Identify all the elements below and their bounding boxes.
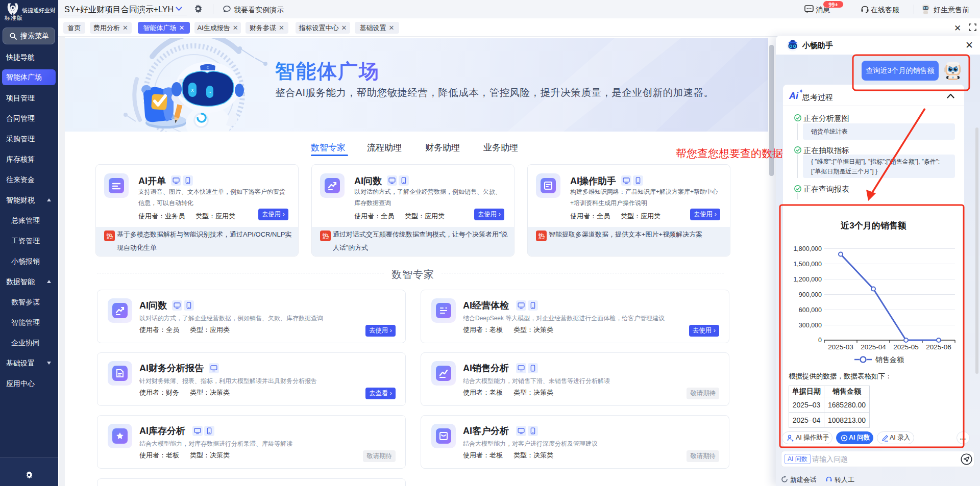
svg-text:c: c [207, 65, 209, 70]
svg-text:2025-06: 2025-06 [926, 343, 951, 351]
svg-text:1,500,000: 1,500,000 [793, 261, 822, 268]
svg-text:1,200,000: 1,200,000 [793, 276, 822, 283]
svg-text:2025-03: 2025-03 [828, 343, 853, 351]
svg-text:2025-05: 2025-05 [893, 343, 919, 351]
svg-text:300,000: 300,000 [799, 322, 822, 329]
svg-text:~: ~ [208, 90, 211, 95]
svg-text:600,000: 600,000 [799, 306, 822, 314]
svg-text:0: 0 [818, 337, 822, 344]
svg-text:2025-04: 2025-04 [861, 343, 886, 351]
svg-text:1,800,000: 1,800,000 [793, 245, 822, 252]
svg-text:x: x [191, 87, 194, 93]
svg-text:销售金额: 销售金额 [875, 355, 904, 364]
svg-text:900,000: 900,000 [799, 291, 822, 298]
